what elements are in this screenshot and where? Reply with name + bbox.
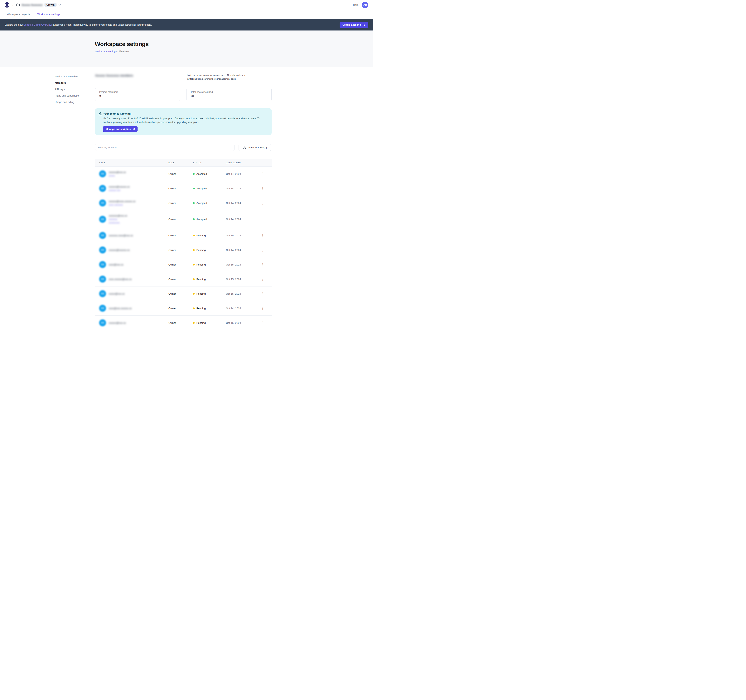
member-avatar: XX bbox=[99, 232, 106, 239]
member-display-name-2[interactable]: xxxxxxxxx bbox=[109, 221, 127, 224]
workspace-name[interactable]: Xxxxxx Xxxxxxxx bbox=[21, 3, 42, 6]
row-menu-button[interactable]: ⋮ bbox=[260, 276, 265, 282]
member-email: xxxxxx@xxx.xx bbox=[109, 171, 126, 174]
member-name-cell: XX xxxxxxx@xxx.xx xxxxxxx xxxxxxxxx bbox=[99, 214, 168, 224]
row-menu-button[interactable]: ⋮ bbox=[260, 233, 265, 238]
project-members-card: Project members 3 bbox=[95, 88, 180, 101]
filter-input[interactable] bbox=[95, 144, 235, 151]
usage-billing-button[interactable]: Usage & Billing bbox=[340, 22, 368, 28]
col-date-added: DATE ADDED bbox=[226, 161, 260, 164]
status-dot-icon bbox=[193, 308, 195, 309]
table-row: XX xxxxxx@xxxxxx.xx Owner Pending Oct 14… bbox=[95, 243, 272, 257]
total-seats-card: Total seats included 20 bbox=[186, 88, 272, 101]
table-row: XX xxxxxx@xxx.xx xxxxx Owner Accepted Oc… bbox=[95, 167, 272, 181]
sidebar-item-members[interactable]: Members bbox=[55, 81, 80, 85]
sidebar-item-api-keys[interactable]: API keys bbox=[55, 87, 80, 91]
member-display-name[interactable]: xxxx xxxxxxx bbox=[109, 204, 135, 206]
status-dot-icon bbox=[193, 202, 195, 204]
tab-workspace-settings[interactable]: Workspace settings bbox=[37, 10, 61, 19]
row-menu-button[interactable]: ⋮ bbox=[260, 320, 265, 326]
manage-subscription-button[interactable]: Manage subscription bbox=[103, 126, 138, 132]
table-row: XX xxxx@xxx.xx Owner Pending Oct 15, 202… bbox=[95, 257, 272, 272]
table-row: XX xxxxxx@xxxx.xxxxxx.xx xxxx xxxxxxx Ow… bbox=[95, 195, 272, 210]
table-row: XX xxxxxx@xxx.xx Owner Pending Oct 15, 2… bbox=[95, 315, 272, 330]
app-logo-icon[interactable] bbox=[5, 2, 9, 8]
sidebar-item-usage-and-billing[interactable]: Usage and billing bbox=[55, 100, 80, 104]
member-date-added: Oct 14, 2024 bbox=[226, 307, 260, 310]
status-dot-icon bbox=[193, 173, 195, 175]
member-avatar: XX bbox=[99, 290, 106, 297]
status-dot-icon bbox=[193, 264, 195, 266]
member-status: Pending bbox=[193, 234, 226, 237]
row-menu-button[interactable]: ⋮ bbox=[260, 291, 265, 296]
chevron-down-icon[interactable] bbox=[59, 4, 61, 6]
member-name-cell: XX xxxxxx@xxx.xx bbox=[99, 319, 168, 326]
invite-members-button[interactable]: Invite member(s) bbox=[239, 144, 271, 151]
member-status: Pending bbox=[193, 249, 226, 251]
breadcrumb-settings-link[interactable]: Workspace settings bbox=[95, 50, 117, 53]
member-stats: Project members 3 Total seats included 2… bbox=[95, 88, 272, 101]
table-row: XX xxxx@xxx.xxxxxx.xx Owner Pending Oct … bbox=[95, 301, 272, 315]
breadcrumb-current: Members bbox=[119, 50, 129, 53]
sidebar-item-workspace-overview[interactable]: Workspace overview bbox=[55, 75, 80, 78]
member-role: Owner bbox=[168, 263, 193, 266]
user-avatar[interactable]: AB bbox=[362, 2, 368, 8]
breadcrumb-separator: / bbox=[12, 3, 13, 7]
member-avatar: XX bbox=[99, 170, 106, 177]
row-menu-button[interactable]: ⋮ bbox=[260, 171, 265, 177]
row-menu-button[interactable]: ⋮ bbox=[260, 262, 265, 267]
member-display-name[interactable]: xxxxxx xxx bbox=[109, 189, 130, 192]
member-avatar: XX bbox=[99, 246, 106, 254]
member-name-cell: XX xxxx.xxxxxx@xxx.xx bbox=[99, 276, 168, 282]
member-name-cell: XX xxxxxx@xxxx.xxxxxx.xx xxxx xxxxxxx bbox=[99, 200, 168, 206]
member-status: Pending bbox=[193, 307, 226, 310]
breadcrumb: Workspace settings / Members bbox=[95, 50, 373, 53]
status-text: Pending bbox=[196, 278, 206, 281]
status-dot-icon bbox=[193, 278, 195, 280]
member-display-name[interactable]: xxxxxxx bbox=[109, 218, 127, 221]
status-dot-icon bbox=[193, 234, 195, 236]
member-email: xxxxxx@xxxx.xxxxxx.xx bbox=[109, 200, 135, 203]
member-name-cell: XX xxxxxxx.xxxx@xxx.xx bbox=[99, 232, 168, 239]
member-email: xxxxxxx.xxxx@xxx.xx bbox=[109, 234, 133, 237]
member-date-added: Oct 14, 2024 bbox=[226, 187, 260, 190]
members-table: NAME ROLE STATUS DATE ADDED XX xxxxxx@xx… bbox=[95, 159, 272, 330]
usage-billing-overview-link[interactable]: Usage & Billing Overview bbox=[24, 23, 52, 26]
member-status: Accepted bbox=[193, 201, 226, 204]
status-text: Accepted bbox=[196, 218, 207, 221]
status-dot-icon bbox=[193, 218, 195, 220]
member-name-cell: XX xxxxx@xxx.xx bbox=[99, 290, 168, 297]
member-name-cell: XX xxxxxx@xxx.xx xxxxx bbox=[99, 170, 168, 177]
member-avatar: XX bbox=[99, 261, 106, 268]
table-row: XX xxxxxxx.xxxx@xxx.xx Owner Pending Oct… bbox=[95, 228, 272, 243]
page-header: Workspace settings Workspace settings / … bbox=[0, 30, 373, 67]
member-date-added: Oct 14, 2024 bbox=[226, 201, 260, 204]
member-display-name[interactable]: xxxxx bbox=[109, 174, 126, 177]
member-name-cell: XX xxxxxx@xxxxxx.xx bbox=[99, 246, 168, 254]
member-name-cell: XX xxxx@xxx.xx bbox=[99, 261, 168, 268]
tab-workspace-projects[interactable]: Workspace projects bbox=[7, 10, 30, 19]
row-menu-button[interactable]: ⋮ bbox=[260, 200, 265, 206]
row-menu-button[interactable]: ⋮ bbox=[260, 186, 265, 191]
member-role: Owner bbox=[168, 201, 193, 204]
team-growing-alert: Your Team is Growing! You're currently u… bbox=[95, 108, 272, 135]
status-text: Accepted bbox=[196, 201, 207, 204]
plan-badge: Growth bbox=[45, 3, 57, 7]
row-menu-button[interactable]: ⋮ bbox=[260, 305, 265, 311]
member-status: Pending bbox=[193, 321, 226, 324]
member-role: Owner bbox=[168, 278, 193, 281]
table-row: XX xxxx.xxxxxx@xxx.xx Owner Pending Oct … bbox=[95, 272, 272, 286]
member-email: xxxx@xxx.xx bbox=[109, 263, 123, 266]
status-text: Pending bbox=[196, 321, 206, 324]
banner-text: Explore the new Usage & Billing Overview… bbox=[5, 23, 152, 26]
member-status: Accepted bbox=[193, 173, 226, 176]
row-menu-button[interactable]: ⋮ bbox=[260, 247, 265, 253]
member-role: Owner bbox=[168, 234, 193, 237]
sidebar-item-plans-and-subscription[interactable]: Plans and subscription bbox=[55, 94, 80, 98]
table-row: XX xxxxx@xxx.xx Owner Pending Oct 15, 20… bbox=[95, 286, 272, 301]
help-link[interactable]: Help bbox=[353, 3, 358, 6]
member-email: xxxxxx@xxxxxx.xx bbox=[109, 249, 130, 251]
member-role: Owner bbox=[168, 321, 193, 324]
top-navbar: / Xxxxxx Xxxxxxxx Growth Help AB bbox=[0, 0, 373, 10]
member-avatar: XX bbox=[99, 185, 106, 192]
